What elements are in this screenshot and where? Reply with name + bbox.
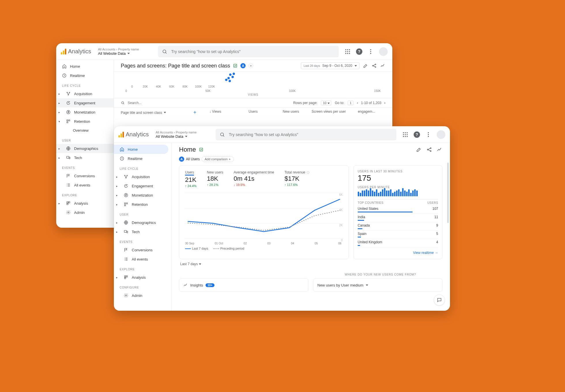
prev-page-button[interactable]: ‹	[357, 101, 358, 105]
sidebar-item-conversions[interactable]: Conversions	[56, 171, 114, 180]
newusers-medium-card[interactable]: New users by User medium	[313, 278, 442, 292]
rowsperpage-select[interactable]: 10	[321, 101, 331, 105]
edit-icon[interactable]	[416, 147, 422, 152]
brand-logo[interactable]: Analytics	[118, 131, 149, 138]
sidebar-item-engagement[interactable]: ▸Engagement	[114, 181, 171, 191]
col-engagement[interactable]: engagem...	[348, 110, 385, 116]
section-heading: WHERE DO YOUR NEW USERS COME FROM?	[311, 269, 450, 278]
insights-icon[interactable]	[380, 63, 385, 68]
chevron-down-icon	[164, 112, 166, 113]
global-search[interactable]	[216, 129, 396, 140]
sidebar-item-realtime[interactable]: Realtime	[56, 71, 114, 80]
goto-input[interactable]: 1	[348, 101, 353, 105]
insights-card[interactable]: Insights 10+	[179, 278, 308, 292]
sidebar-item-demographics[interactable]: ▸Demographics	[114, 218, 171, 227]
svg-point-3	[347, 49, 348, 50]
segment-badge[interactable]: A	[240, 63, 246, 68]
add-comparison-button[interactable]: Add comparison+	[201, 156, 234, 162]
content-pane: Home A All Users Add comparison+	[172, 143, 450, 311]
metric-newusers[interactable]: New users 18K ↑ 28.1%	[207, 170, 223, 188]
property-selector[interactable]: All Accounts›Property name All Website D…	[98, 48, 147, 56]
svg-point-4	[349, 49, 350, 50]
svg-point-27	[372, 65, 373, 66]
sidebar-item-acquisition[interactable]: ▸Acquisition	[56, 89, 114, 98]
sidebar-item-allevents[interactable]: All events	[56, 180, 114, 190]
sidebar-item-home[interactable]: Home	[114, 145, 168, 154]
sidebar-item-demographics[interactable]: ▸Demographics	[56, 144, 114, 153]
svg-line-31	[123, 103, 124, 104]
insights-icon[interactable]	[437, 147, 442, 152]
svg-line-1	[165, 52, 166, 53]
more-vert-icon[interactable]	[425, 131, 432, 138]
sidebar-item-home[interactable]: Home	[56, 62, 114, 71]
help-icon[interactable]: ?	[414, 131, 420, 138]
sidebar-item-admin[interactable]: Admin	[56, 208, 114, 217]
metrics-row: Users 21K ↑ 24.4% New users 18K ↑ 28.1% …	[183, 170, 344, 191]
sidebar-head-events: EVENTS	[114, 236, 171, 245]
sidebar-head-explore: EXPLORE	[56, 190, 114, 199]
view-realtime-link[interactable]: View realtime →	[358, 247, 438, 255]
col-views[interactable]: ↓ Views	[196, 110, 234, 116]
analytics-window-home: Analytics All Accounts›Property name All…	[114, 126, 450, 311]
next-page-button[interactable]: ›	[384, 101, 385, 105]
add-segment-button[interactable]: +	[248, 63, 253, 68]
help-icon[interactable]: ?	[356, 48, 362, 55]
sidebar-item-analysis[interactable]: ▸Analysis	[114, 273, 171, 282]
sidebar-head-lifecycle: LIFE CYCLE	[114, 163, 171, 172]
add-dimension-button[interactable]: +	[193, 110, 197, 116]
acquisition-icon	[66, 91, 71, 96]
global-search[interactable]	[158, 46, 339, 57]
chevron-right-icon: ▸	[116, 221, 118, 224]
svg-point-38	[405, 134, 406, 135]
dataset-dropdown[interactable]: All Website Data	[156, 134, 205, 139]
sidebar-item-tech[interactable]: ▸Tech	[56, 153, 114, 162]
metric-aet[interactable]: Average engagement time 0m 41s ↓ 19.5%	[233, 170, 274, 188]
sidebar-item-realtime[interactable]: Realtime	[114, 154, 171, 163]
share-icon[interactable]	[426, 147, 432, 152]
sidebar-item-acquisition[interactable]: ▸Acquisition	[114, 172, 171, 181]
retention-icon	[66, 119, 71, 124]
col-newusers[interactable]: New users	[272, 110, 310, 116]
sidebar-item-monetization[interactable]: ▸Monetization	[114, 191, 171, 200]
more-vert-icon[interactable]	[368, 48, 374, 55]
scrollbar[interactable]	[447, 163, 449, 223]
avatar[interactable]	[437, 130, 445, 139]
metric-revenue[interactable]: Total revenue $17K ↑ 117.6%	[285, 170, 310, 188]
sidebar-item-admin[interactable]: Admin	[114, 291, 171, 300]
apps-grid-icon[interactable]	[402, 131, 408, 138]
daterange-last7[interactable]: Last 7 days	[172, 259, 450, 269]
search-input[interactable]	[171, 49, 335, 54]
daterange-picker[interactable]: Last 28 days Sep 9 - Oct 6, 2020	[301, 62, 359, 69]
feedback-fab[interactable]	[434, 295, 445, 306]
sidebar-item-analysis[interactable]: ▸Analysis	[56, 199, 114, 208]
property-selector[interactable]: All Accounts›Property name All Website D…	[156, 131, 205, 139]
apps-grid-icon[interactable]	[344, 48, 351, 55]
sidebar-item-retention[interactable]: ▾Retention	[56, 117, 114, 126]
share-icon[interactable]	[372, 63, 377, 68]
avatar[interactable]	[379, 47, 388, 56]
segment-allusers[interactable]: A All Users	[179, 157, 200, 162]
sidebar-item-engagement[interactable]: ▸Engagement	[56, 98, 114, 108]
svg-point-13	[370, 53, 371, 54]
search-icon	[220, 132, 225, 137]
sidebar-item-conversions[interactable]: Conversions	[114, 245, 171, 255]
col-users[interactable]: Users	[234, 110, 272, 116]
insights-icon	[183, 283, 188, 287]
sidebar-item-tech[interactable]: ▸Tech	[114, 227, 171, 236]
sidebar-item-retention[interactable]: ▸Retention	[114, 200, 171, 209]
sidebar-item-allevents[interactable]: All events	[114, 255, 171, 264]
metric-users[interactable]: Users 21K ↑ 24.4%	[185, 170, 197, 188]
col-primary[interactable]: Page title and screen class +	[121, 110, 196, 116]
search-input[interactable]	[229, 132, 392, 137]
table-search-input[interactable]	[128, 101, 293, 105]
chevron-down-icon	[366, 284, 368, 286]
brand-logo[interactable]: Analytics	[61, 48, 91, 55]
col-screenviews[interactable]: Screen views per user	[310, 110, 348, 116]
edit-icon[interactable]	[363, 63, 368, 68]
svg-point-34	[403, 132, 404, 133]
table-search[interactable]	[121, 101, 293, 105]
sidebar-item-overview[interactable]: Overview	[56, 126, 114, 135]
dataset-dropdown[interactable]: All Website Data	[98, 51, 147, 56]
chevron-right-icon: ▸	[59, 92, 60, 95]
sidebar-item-monetization[interactable]: ▸Monetization	[56, 108, 114, 117]
